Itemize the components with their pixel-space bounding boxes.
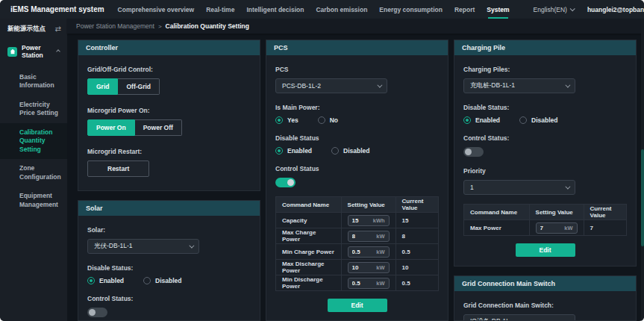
pcs-enabled-radio[interactable]: Enabled (275, 147, 312, 155)
power-onoff-segmented: Power On Power Off (87, 119, 251, 136)
unit-label: kW (376, 233, 384, 240)
nav-intelligent-decision[interactable]: Intelligent decision (246, 0, 304, 19)
column-left: Controller Grid/Off-Grid Control: Grid O… (78, 40, 260, 321)
charging-command-table: Command Name Setting Value Current Value… (463, 204, 627, 236)
solar-disabled-radio[interactable]: Disabled (143, 277, 181, 284)
nav-system[interactable]: System (487, 0, 509, 19)
column-header: Command Name (276, 197, 342, 213)
charging-disabled-radio[interactable]: Disabled (519, 116, 557, 124)
grid-switch-select[interactable]: IO设备-DB-1L (463, 314, 575, 321)
radio-icon (331, 147, 339, 155)
setting-value-input[interactable] (352, 264, 372, 271)
charging-priority-label: Priority (463, 167, 627, 175)
setting-value-input[interactable] (352, 280, 372, 287)
setting-value-field[interactable]: kW (348, 246, 390, 258)
language-selector[interactable]: English(EN) (534, 6, 574, 13)
charging-pile-panel-title: Charging Pile (454, 40, 636, 55)
charging-enabled-radio[interactable]: Enabled (463, 116, 500, 124)
site-selector[interactable]: 新能源示范点 ⇄ (0, 25, 67, 34)
solar-control-status-label: Control Status: (87, 295, 251, 302)
pcs-select-value: PCS-DB-1L-2 (282, 82, 321, 90)
nav-energy-consumption[interactable]: Energy consumption (379, 0, 443, 19)
solar-enabled-radio[interactable]: Enabled (87, 277, 124, 284)
unit-label: kW (376, 264, 384, 271)
main-area: Power Station Management > Calibration Q… (67, 19, 644, 321)
sidebar-item-equipment-management[interactable]: Equipment Management (0, 187, 67, 214)
charging-disable-status-label: Disable Status: (463, 104, 627, 111)
column-header: Command Name (464, 205, 530, 220)
controller-panel-title: Controller (78, 40, 260, 55)
current-value: 0.5 (396, 244, 438, 260)
pcs-panel: PCS PCS PCS-DB-1L-2 Is Main Power: (266, 40, 448, 321)
user-menu[interactable]: huanglei2@topband.com.cn ▾ (587, 6, 644, 13)
scrollbar-thumb[interactable] (641, 149, 644, 246)
solar-select[interactable]: 光伏-DB-1L-1 (87, 239, 199, 254)
current-value: 15 (396, 213, 438, 228)
grid-control-label: Grid/Off-Grid Control: (87, 66, 251, 73)
radio-icon (463, 116, 471, 124)
sidebar-group-label: Power Station (22, 44, 52, 59)
unit-label: kW (564, 225, 572, 231)
offgrid-button[interactable]: Off-Grid (118, 78, 160, 95)
breadcrumb-parent[interactable]: Power Station Management (76, 22, 154, 30)
solar-panel-title: Solar (78, 201, 260, 216)
charging-control-toggle[interactable] (463, 147, 484, 157)
nav-carbon-emission[interactable]: Carbon emission (316, 0, 367, 19)
setting-value-field[interactable]: kW (348, 231, 390, 242)
pcs-no-radio[interactable]: No (318, 116, 338, 124)
grid-switch-select-value: IO设备-DB-1L (470, 317, 510, 321)
chevron-down-icon (565, 318, 570, 321)
setting-value-input[interactable] (352, 233, 372, 240)
setting-value-field[interactable]: kW (348, 278, 390, 289)
pcs-disabled-radio[interactable]: Disabled (331, 147, 369, 155)
chevron-down-icon (570, 6, 575, 11)
pcs-panel-title: PCS (266, 40, 448, 55)
grid-button[interactable]: Grid (87, 78, 118, 95)
pcs-edit-button[interactable]: Edit (328, 299, 387, 312)
switch-site-icon[interactable]: ⇄ (55, 25, 61, 33)
current-value: 0.5 (396, 275, 438, 291)
sidebar-item-calibration-quantity-setting[interactable]: Calibration Quantity Setting (0, 123, 67, 159)
current-value: 8 (396, 228, 438, 244)
pcs-yes-radio[interactable]: Yes (275, 116, 298, 124)
top-navigation: Comprehensive overview Real-time Intelli… (118, 0, 510, 19)
nav-comprehensive-overview[interactable]: Comprehensive overview (118, 0, 195, 19)
grid-switch-panel-title: Grid Connection Main Switch (454, 276, 636, 291)
sidebar-group-power-station[interactable]: Power Station (0, 44, 67, 59)
pcs-select[interactable]: PCS-DB-1L-2 (275, 78, 387, 93)
restart-button[interactable]: Restart (87, 160, 149, 177)
setting-value-field[interactable]: kW (536, 222, 578, 234)
radio-icon (143, 277, 151, 284)
unit-label: kW (376, 280, 384, 287)
pcs-disable-radio-group: Enabled Disabled (275, 147, 439, 155)
grid-offgrid-segmented: Grid Off-Grid (87, 78, 251, 95)
sidebar-item-zone-configuration[interactable]: Zone Configuration (0, 159, 67, 187)
setting-value-input[interactable] (352, 217, 372, 224)
command-name: Max Charge Power (276, 228, 342, 244)
column-right: Charging Pile Charging Piles: 充电桩-DB-1L-… (454, 40, 637, 321)
current-value: 10 (396, 260, 438, 275)
nav-report[interactable]: Report (454, 0, 475, 19)
setting-value-input[interactable] (540, 225, 560, 231)
solar-control-toggle[interactable] (87, 308, 107, 317)
command-name: Max Discharge Power (276, 260, 342, 275)
charging-select-label: Charging Piles: (463, 66, 627, 73)
charging-select[interactable]: 充电桩-DB-1L-1 (463, 78, 575, 93)
charging-edit-button[interactable]: Edit (516, 243, 575, 257)
solar-disable-radio-group: Enabled Disabled (87, 277, 251, 284)
toggle-knob (89, 309, 96, 316)
setting-value-field[interactable]: kW (348, 262, 390, 273)
toggle-knob (465, 149, 472, 155)
power-off-button[interactable]: Power Off (135, 119, 182, 136)
sidebar-item-electricity-price-setting[interactable]: Electricity Price Setting (0, 96, 67, 123)
setting-value-field[interactable]: kWh (348, 215, 390, 226)
power-on-button[interactable]: Power On (87, 119, 135, 136)
charging-priority-select[interactable]: 1 (463, 180, 575, 195)
sidebar-item-basic-information[interactable]: Basic Information (0, 68, 67, 96)
solar-select-value: 光伏-DB-1L-1 (94, 242, 132, 251)
setting-value-input[interactable] (352, 249, 372, 255)
column-header: Setting Value (529, 205, 584, 220)
scrollbar[interactable] (641, 19, 644, 321)
pcs-control-toggle[interactable] (275, 178, 296, 187)
nav-real-time[interactable]: Real-time (206, 0, 234, 19)
